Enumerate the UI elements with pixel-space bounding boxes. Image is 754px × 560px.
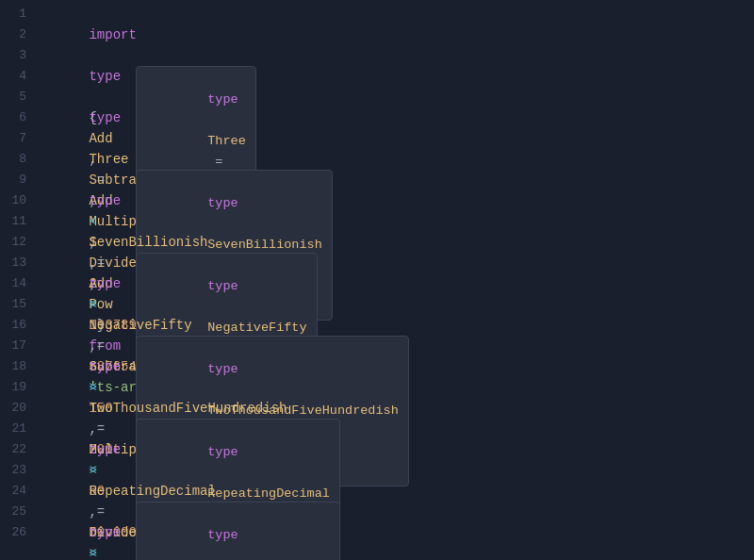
code-line-11 — [38, 211, 754, 232]
code-line-18 — [38, 356, 754, 377]
code-line-4 — [38, 66, 754, 87]
code-content: import type { Add , Subtract , Multiply … — [38, 4, 754, 556]
code-line-22 — [38, 439, 754, 460]
code-line-5: type Three = Add < 1 , 2 > — [38, 87, 754, 107]
code-line-15 — [38, 294, 754, 315]
code-line-14 — [38, 273, 754, 294]
code-line-17: type TwoThousandFiveHundredish = Multipl… — [38, 336, 754, 356]
code-line-24: type MaxSafeInteger = 9007199254740992 — [38, 481, 754, 502]
code-line-10 — [38, 190, 754, 211]
code-editor: 1 2 3 4 5 6 7 8 9 10 11 12 13 14 15 16 1… — [0, 0, 754, 560]
code-line-13: type NegativeFifty = Subtract < 150 , 20… — [38, 253, 754, 273]
code-line-19 — [38, 377, 754, 398]
code-line-20: type RepeatingDecimal = 2.42857142857142 — [38, 398, 754, 419]
code-line-12: type NegativeFifty = -50 — [38, 232, 754, 253]
code-line-8: type SevenBillionish = 7070332667.046 — [38, 149, 754, 170]
code-line-7 — [38, 128, 754, 149]
code-line-26 — [38, 522, 754, 543]
code-line-1: import type { Add , Subtract , Multiply … — [38, 4, 754, 25]
line-numbers: 1 2 3 4 5 6 7 8 9 10 11 12 13 14 15 16 1… — [0, 4, 38, 556]
code-line-2 — [38, 25, 754, 45]
code-line-9: type SevenBillionish = Add < 193789456.0… — [38, 170, 754, 190]
code-line-25: type MaxSafeInteger = Pow < 2 , 53 > — [38, 502, 754, 522]
code-line-16: type TwoThousandFiveHundredish = 2500.00… — [38, 315, 754, 336]
code-line-21: type RepeatingDecimal = Divide < 17 , 7 … — [38, 419, 754, 439]
code-line-23 — [38, 460, 754, 481]
code-line-3: type Three = 3 — [38, 45, 754, 66]
code-line-6 — [38, 107, 754, 128]
